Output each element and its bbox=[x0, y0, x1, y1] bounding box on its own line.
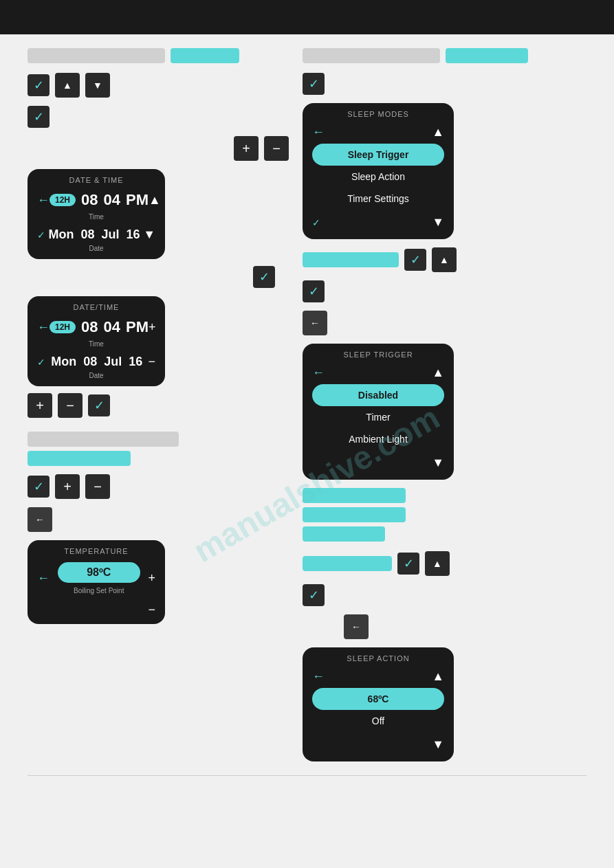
right-back-arrow1: ← bbox=[303, 311, 564, 335]
right-cyan-bar-bottom1[interactable] bbox=[303, 556, 392, 571]
panel2-right-arrow[interactable]: + bbox=[149, 320, 156, 335]
panel1-dow: Mon bbox=[49, 227, 74, 242]
left-cyan-bar2[interactable] bbox=[28, 451, 131, 466]
disabled-item[interactable]: Disabled bbox=[312, 384, 444, 406]
panel2-time: 12H 08 04 PM bbox=[50, 318, 149, 336]
temp-panel-minus[interactable]: − bbox=[148, 603, 155, 616]
sleep-modes-check[interactable]: ✓ bbox=[312, 217, 320, 228]
sleep-trigger-left-arrow[interactable]: ← bbox=[312, 366, 325, 380]
panel1-down-arrow[interactable]: ▼ bbox=[143, 227, 155, 242]
checkbox1[interactable]: ✓ bbox=[28, 74, 50, 96]
left-row5: ✓ bbox=[28, 266, 289, 288]
checkbox4[interactable]: ✓ bbox=[88, 394, 110, 416]
panel2-date: Mon 08 Jul 16 bbox=[51, 355, 142, 369]
sleep-action-off[interactable]: Off bbox=[312, 710, 444, 732]
left-cyan-bar1[interactable] bbox=[171, 48, 239, 63]
left-row3: ✓ bbox=[28, 106, 289, 128]
sleep-trigger-panel: SLEEP TRIGGER ← ▲ Disabled Timer Ambient… bbox=[303, 344, 454, 480]
arrow-up1[interactable]: ▲ bbox=[55, 73, 80, 98]
right-row2: ✓ bbox=[303, 73, 564, 95]
right-back-arrow-btn2[interactable]: ← bbox=[344, 614, 369, 639]
sleep-action-up-arrow[interactable]: ▲ bbox=[432, 669, 444, 684]
sleep-trigger-down-arrow[interactable]: ▼ bbox=[432, 456, 444, 470]
right-back-arrow2: ← bbox=[303, 614, 564, 639]
right-cyan-bar4[interactable] bbox=[303, 507, 406, 522]
right-arrow-up1[interactable]: ▲ bbox=[432, 247, 457, 272]
panel1-time-label: Time bbox=[37, 213, 155, 221]
panel1-left-arrow[interactable]: ← bbox=[37, 193, 50, 208]
panel1-hour: 08 bbox=[81, 191, 98, 209]
panel2-down-arrow[interactable]: − bbox=[148, 355, 155, 369]
temp-panel-left-arrow[interactable]: ← bbox=[37, 571, 50, 586]
panel2-minute: 04 bbox=[104, 318, 120, 336]
checkbox3[interactable]: ✓ bbox=[253, 266, 275, 288]
temp-label: Boiling Set Point bbox=[50, 587, 148, 594]
right-checkbox-bottom2[interactable]: ✓ bbox=[303, 584, 325, 606]
right-cyan-bar5[interactable] bbox=[303, 526, 385, 542]
panel2-ampm: PM bbox=[126, 318, 149, 336]
sleep-modes-panel: SLEEP MODES ← ▲ Sleep Trigger Sleep Acti… bbox=[303, 103, 454, 239]
right-bottom-row2: ✓ bbox=[303, 584, 564, 606]
timer-settings-item[interactable]: Timer Settings bbox=[312, 188, 444, 210]
sleep-trigger-item[interactable]: Sleep Trigger bbox=[312, 144, 444, 166]
right-checkbox2[interactable]: ✓ bbox=[404, 249, 426, 271]
right-bottom-row1: ✓ ▲ bbox=[303, 551, 564, 576]
sleep-modes-up-arrow[interactable]: ▲ bbox=[432, 125, 444, 140]
plus-btn3[interactable]: + bbox=[55, 474, 80, 499]
panel1-title: DATE & TIME bbox=[37, 176, 155, 184]
right-cyan-bar3[interactable] bbox=[303, 488, 406, 503]
plus-btn1[interactable]: + bbox=[234, 136, 259, 161]
panel1-12h[interactable]: 12H bbox=[50, 194, 76, 206]
panel1-time: 12H 08 04 PM bbox=[50, 191, 149, 209]
panel2-month: Jul bbox=[104, 355, 122, 369]
right-cyan-bar2[interactable] bbox=[303, 252, 399, 267]
checkbox5[interactable]: ✓ bbox=[28, 476, 50, 498]
minus-btn2[interactable]: − bbox=[58, 393, 83, 418]
plus-btn2[interactable]: + bbox=[28, 393, 52, 418]
checkbox2[interactable]: ✓ bbox=[28, 106, 50, 128]
sleep-action-item[interactable]: Sleep Action bbox=[312, 166, 444, 188]
sleep-modes-title: SLEEP MODES bbox=[312, 110, 444, 118]
sleep-action-value[interactable]: 68ºC bbox=[312, 688, 444, 710]
right-checkbox-bottom1[interactable]: ✓ bbox=[397, 553, 419, 575]
right-gray-bar1 bbox=[303, 48, 440, 63]
back-arrow-btn1[interactable]: ← bbox=[28, 507, 52, 532]
panel2-dow: Mon bbox=[51, 355, 76, 369]
right-cyan-bar1[interactable] bbox=[446, 48, 528, 63]
sleep-action-down-arrow[interactable]: ▼ bbox=[432, 737, 444, 752]
panel2-day: 08 bbox=[83, 355, 97, 369]
sleep-action-title: SLEEP ACTION bbox=[312, 654, 444, 663]
sleep-modes-down-arrow[interactable]: ▼ bbox=[432, 215, 444, 230]
right-column: ✓ SLEEP MODES ← ▲ Sleep Trigger Sleep Ac… bbox=[303, 48, 564, 761]
left-row1 bbox=[28, 48, 289, 63]
sleep-modes-left-arrow[interactable]: ← bbox=[312, 125, 325, 140]
sleep-trigger-title: SLEEP TRIGGER bbox=[312, 350, 444, 359]
minus-btn3[interactable]: − bbox=[85, 474, 110, 499]
panel2-left-arrow[interactable]: ← bbox=[37, 320, 50, 335]
sleep-action-panel: SLEEP ACTION ← ▲ 68ºC Off ▼ bbox=[303, 647, 454, 761]
sleep-trigger-up-arrow[interactable]: ▲ bbox=[432, 366, 444, 380]
sleep-action-left-arrow[interactable]: ← bbox=[312, 669, 325, 684]
panel2-12h[interactable]: 12H bbox=[50, 321, 76, 333]
panel2-check[interactable]: ✓ bbox=[37, 357, 45, 368]
right-row1 bbox=[303, 48, 564, 63]
minus-btn1[interactable]: − bbox=[264, 136, 289, 161]
right-back-arrow-btn1[interactable]: ← bbox=[303, 311, 327, 335]
right-row4: ✓ bbox=[303, 280, 564, 302]
left-gray-bar2 bbox=[28, 432, 179, 447]
timer-item[interactable]: Timer bbox=[312, 406, 444, 428]
ambient-light-item[interactable]: Ambient Light bbox=[312, 428, 444, 450]
panel1-check[interactable]: ✓ bbox=[37, 230, 45, 241]
panel1-date-label: Date bbox=[37, 245, 155, 252]
right-checkbox1[interactable]: ✓ bbox=[303, 73, 325, 95]
panel1-date: Mon 08 Jul 16 bbox=[49, 227, 140, 242]
right-checkbox3[interactable]: ✓ bbox=[303, 280, 325, 302]
temp-value: 98ºC bbox=[58, 562, 140, 583]
panel1-right-arrow[interactable]: ▲ bbox=[149, 193, 161, 208]
arrow-down1[interactable]: ▼ bbox=[85, 73, 110, 98]
panel2-date-label: Date bbox=[37, 372, 155, 379]
temp-panel-right-arrow[interactable]: + bbox=[148, 571, 155, 586]
left-row2: ✓ ▲ ▼ bbox=[28, 73, 289, 98]
right-arrow-up-bottom[interactable]: ▲ bbox=[425, 551, 450, 576]
left-gray-bar1 bbox=[28, 48, 165, 63]
